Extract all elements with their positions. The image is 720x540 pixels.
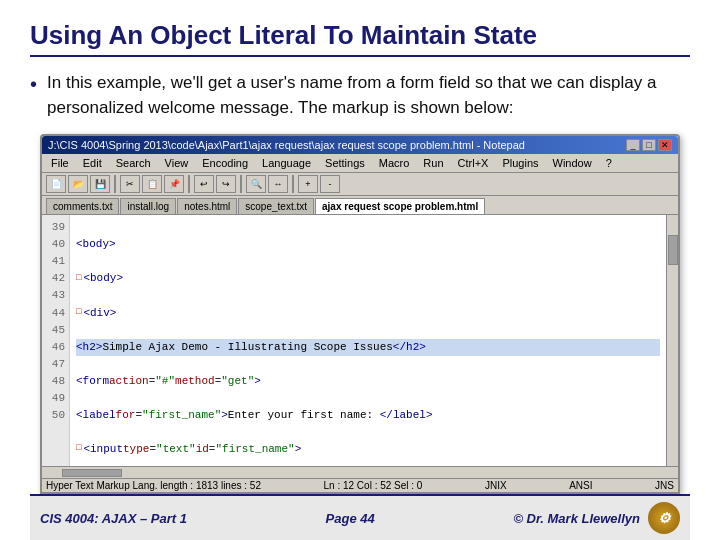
menu-run[interactable]: Run bbox=[418, 156, 448, 170]
menu-macro[interactable]: Macro bbox=[374, 156, 415, 170]
footer-right-section: © Dr. Mark Llewellyn ⚙ bbox=[513, 502, 680, 534]
tab-ajax-request[interactable]: ajax request scope problem.html bbox=[315, 198, 485, 214]
menu-encoding[interactable]: Encoding bbox=[197, 156, 253, 170]
code-line-40: □ <body> bbox=[76, 270, 660, 287]
toolbar-new[interactable]: 📄 bbox=[46, 175, 66, 193]
line-num-50: 50 bbox=[46, 407, 65, 424]
line-num-45: 45 bbox=[46, 322, 65, 339]
tab-scope-text[interactable]: scope_text.txt bbox=[238, 198, 314, 214]
line-num-44: 44 bbox=[46, 305, 65, 322]
tab-install[interactable]: install.log bbox=[120, 198, 176, 214]
tab-notes[interactable]: notes.html bbox=[177, 198, 237, 214]
status-format: ANSI bbox=[569, 480, 592, 491]
toolbar-sep2 bbox=[188, 175, 190, 193]
code-line-41: □ <div> bbox=[76, 305, 660, 322]
notepad-title-text: J:\CIS 4004\Spring 2013\code\Ajax\Part1\… bbox=[48, 139, 525, 151]
menu-settings[interactable]: Settings bbox=[320, 156, 370, 170]
titlebar-buttons: _ □ ✕ bbox=[626, 139, 672, 151]
menu-view[interactable]: View bbox=[160, 156, 194, 170]
line-num-43: 43 bbox=[46, 287, 65, 304]
footer-right: © Dr. Mark Llewellyn bbox=[513, 511, 640, 526]
code-area[interactable]: <body> □ <body> □ <div> <h2>Simple Ajax … bbox=[70, 215, 666, 466]
menu-plugins[interactable]: Plugins bbox=[497, 156, 543, 170]
line-num-39: 39 bbox=[46, 219, 65, 236]
toolbar-sep3 bbox=[240, 175, 242, 193]
footer-center: Page 44 bbox=[326, 511, 375, 526]
line-num-40: 40 bbox=[46, 236, 65, 253]
notepad-window: J:\CIS 4004\Spring 2013\code\Ajax\Part1\… bbox=[40, 134, 680, 494]
bullet-section: • In this example, we'll get a user's na… bbox=[30, 71, 690, 120]
toolbar-sep4 bbox=[292, 175, 294, 193]
toolbar-redo[interactable]: ↪ bbox=[216, 175, 236, 193]
line-num-47: 47 bbox=[46, 356, 65, 373]
menu-window[interactable]: Window bbox=[548, 156, 597, 170]
toolbar-save[interactable]: 💾 bbox=[90, 175, 110, 193]
line-num-46: 46 bbox=[46, 339, 65, 356]
scrollbar-thumb[interactable] bbox=[668, 235, 678, 265]
code-line-43: <form action="#" method="get"> bbox=[76, 373, 660, 390]
status-encoding: JNIX bbox=[485, 480, 507, 491]
footer-left: CIS 4004: AJAX – Part 1 bbox=[40, 511, 187, 526]
minimize-button[interactable]: _ bbox=[626, 139, 640, 151]
menu-help[interactable]: ? bbox=[601, 156, 617, 170]
toolbar-open[interactable]: 📂 bbox=[68, 175, 88, 193]
code-line-44: <label for="first_name">Enter your first… bbox=[76, 407, 660, 424]
toolbar-sep1 bbox=[114, 175, 116, 193]
code-line-39: <body> bbox=[76, 236, 660, 253]
tabs-bar: comments.txt install.log notes.html scop… bbox=[42, 196, 678, 215]
slide-footer: CIS 4004: AJAX – Part 1 Page 44 © Dr. Ma… bbox=[30, 494, 690, 540]
line-numbers: 39 40 41 42 43 44 45 46 47 48 49 50 bbox=[42, 215, 70, 466]
vertical-scrollbar[interactable] bbox=[666, 215, 678, 466]
code-line-45: □ <input type="text" id="first_name"> bbox=[76, 441, 660, 458]
h-scrollbar-thumb[interactable] bbox=[62, 469, 122, 477]
status-lang: JNS bbox=[655, 480, 674, 491]
notepad-menubar: File Edit Search View Encoding Language … bbox=[42, 154, 678, 173]
status-ln: Ln : 12 Col : 52 Sel : 0 bbox=[323, 480, 422, 491]
toolbar-undo[interactable]: ↩ bbox=[194, 175, 214, 193]
close-button[interactable]: ✕ bbox=[658, 139, 672, 151]
status-hyper: Hyper Text Markup Lang. length : 1813 li… bbox=[46, 480, 261, 491]
bullet-text: In this example, we'll get a user's name… bbox=[47, 71, 690, 120]
notepad-content: 39 40 41 42 43 44 45 46 47 48 49 50 <bod… bbox=[42, 215, 678, 466]
menu-ctrl[interactable]: Ctrl+X bbox=[453, 156, 494, 170]
toolbar-find[interactable]: 🔍 bbox=[246, 175, 266, 193]
tab-comments[interactable]: comments.txt bbox=[46, 198, 119, 214]
notepad-statusbar: Hyper Text Markup Lang. length : 1813 li… bbox=[42, 478, 678, 492]
toolbar-paste[interactable]: 📌 bbox=[164, 175, 184, 193]
code-line-42: <h2>Simple Ajax Demo - Illustrating Scop… bbox=[76, 339, 660, 356]
footer-logo: ⚙ bbox=[648, 502, 680, 534]
maximize-button[interactable]: □ bbox=[642, 139, 656, 151]
menu-file[interactable]: File bbox=[46, 156, 74, 170]
line-num-48: 48 bbox=[46, 373, 65, 390]
menu-edit[interactable]: Edit bbox=[78, 156, 107, 170]
horizontal-scrollbar[interactable] bbox=[42, 466, 678, 478]
toolbar-cut[interactable]: ✂ bbox=[120, 175, 140, 193]
line-num-42: 42 bbox=[46, 270, 65, 287]
menu-language[interactable]: Language bbox=[257, 156, 316, 170]
slide-title: Using An Object Literal To Maintain Stat… bbox=[30, 20, 690, 57]
toolbar-zoom-out[interactable]: - bbox=[320, 175, 340, 193]
line-num-41: 41 bbox=[46, 253, 65, 270]
toolbar-zoom-in[interactable]: + bbox=[298, 175, 318, 193]
menu-search[interactable]: Search bbox=[111, 156, 156, 170]
line-num-49: 49 bbox=[46, 390, 65, 407]
notepad-titlebar: J:\CIS 4004\Spring 2013\code\Ajax\Part1\… bbox=[42, 136, 678, 154]
notepad-toolbar: 📄 📂 💾 ✂ 📋 📌 ↩ ↪ 🔍 ↔ + - bbox=[42, 173, 678, 196]
toolbar-copy[interactable]: 📋 bbox=[142, 175, 162, 193]
toolbar-replace[interactable]: ↔ bbox=[268, 175, 288, 193]
slide: Using An Object Literal To Maintain Stat… bbox=[0, 0, 720, 540]
bullet-dot: • bbox=[30, 73, 37, 96]
